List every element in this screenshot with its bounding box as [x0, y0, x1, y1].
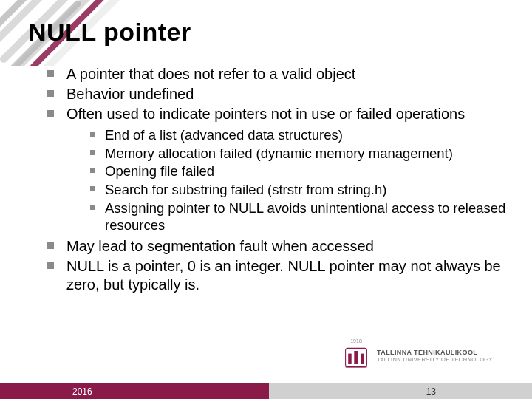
logo-mark-wrapper: 1918	[343, 338, 369, 374]
sub-bullet-item: Search for substring failed (strstr from…	[90, 181, 510, 199]
bullet-item: Behavior undefined	[47, 85, 510, 103]
bullet-text: End of a list (advanced data structures)	[105, 127, 343, 143]
logo-founding-year: 1918	[343, 338, 369, 344]
bullet-text: Search for substring failed (strstr from…	[105, 182, 386, 197]
bullet-item: May lead to segmentation fault when acce…	[47, 237, 510, 256]
bullet-text: A pointer that does not refer to a valid…	[66, 66, 355, 82]
logo-text-secondary: TALLINN UNIVERSITY OF TECHNOLOGY	[377, 357, 493, 363]
slide-title: NULL pointer	[28, 18, 191, 47]
bullet-text: NULL is a pointer, 0 is an integer. NULL…	[66, 258, 501, 293]
bullet-item: NULL is a pointer, 0 is an integer. NULL…	[47, 257, 510, 294]
sub-bullet-item: Memory allocation failed (dynamic memory…	[90, 145, 510, 163]
svg-rect-9	[354, 351, 358, 364]
svg-rect-8	[348, 354, 352, 364]
primary-bullet-list: A pointer that does not refer to a valid…	[47, 65, 510, 123]
primary-bullet-list: May lead to segmentation fault when acce…	[47, 237, 510, 294]
bullet-item: Often used to indicate pointers not in u…	[47, 105, 510, 123]
svg-line-3	[0, 0, 30, 30]
sub-bullet-item: Assigning pointer to NULL avoids uninten…	[90, 200, 510, 234]
bullet-text: Behavior undefined	[66, 86, 194, 102]
footer-year: 2016	[72, 386, 92, 397]
logo-text: TALLINNA TEHNIKAÜLIKOOL TALLINN UNIVERSI…	[377, 349, 493, 362]
logo-crest-icon	[343, 344, 369, 371]
bullet-text: Memory allocation failed (dynamic memory…	[105, 146, 453, 161]
bullet-text: Often used to indicate pointers not in u…	[66, 106, 465, 122]
slide: NULL pointer A pointer that does not ref…	[0, 0, 532, 399]
bullet-item: A pointer that does not refer to a valid…	[47, 65, 510, 83]
svg-rect-10	[361, 354, 364, 364]
bullet-text: Opening file failed	[105, 163, 214, 179]
footer-page-number: 13	[426, 386, 436, 397]
secondary-bullet-list: End of a list (advanced data structures)…	[47, 126, 510, 234]
footer-right-band	[269, 383, 532, 399]
slide-content: A pointer that does not refer to a valid…	[47, 65, 510, 296]
bullet-text: May lead to segmentation fault when acce…	[66, 238, 374, 254]
footer-left-band	[0, 383, 269, 399]
university-logo: 1918 TALLINNA TEHNIKAÜLIKOOL TALLINN UNI…	[343, 338, 498, 374]
sub-bullet-item: Opening file failed	[90, 163, 510, 180]
bullet-text: Assigning pointer to NULL avoids uninten…	[105, 200, 505, 233]
sub-bullet-item: End of a list (advanced data structures)	[90, 126, 510, 144]
